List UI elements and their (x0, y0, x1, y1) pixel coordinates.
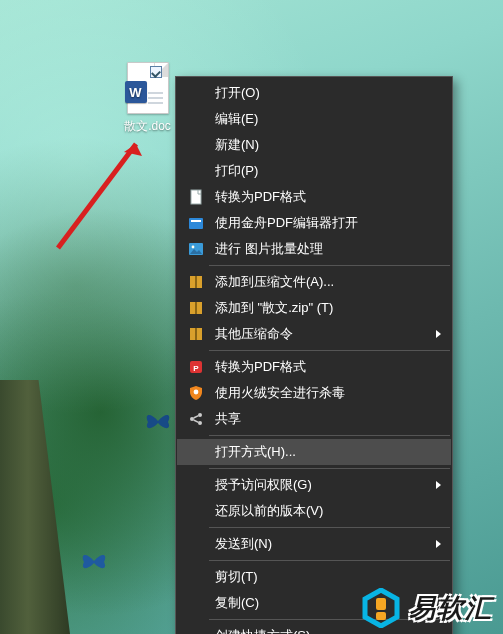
svg-point-21 (198, 421, 202, 425)
blank (185, 594, 207, 612)
menu-item-label: 打开(O) (215, 84, 423, 102)
menu-item-send-to[interactable]: 发送到(N) (177, 531, 451, 557)
svg-marker-1 (124, 144, 142, 156)
wallpaper-tree (0, 380, 70, 634)
menu-item-label: 共享 (215, 410, 423, 428)
menu-separator (209, 560, 450, 561)
svg-text:P: P (193, 364, 199, 373)
menu-item-label: 转换为PDF格式 (215, 188, 423, 206)
archive-icon (185, 299, 207, 317)
menu-item-label: 添加到 "散文.zip" (T) (215, 299, 423, 317)
menu-item-label: 打开方式(H)... (215, 443, 423, 461)
blank (185, 110, 207, 128)
menu-item-label: 打印(P) (215, 162, 423, 180)
context-menu: 打开(O)编辑(E)新建(N)打印(P)转换为PDF格式使用金舟PDF编辑器打开… (175, 76, 453, 634)
menu-separator (209, 527, 450, 528)
share-icon (185, 410, 207, 428)
menu-separator (209, 468, 450, 469)
file-icon[interactable]: W 散文.doc (120, 62, 175, 135)
shield-icon (185, 384, 207, 402)
annotation-arrow-1 (44, 130, 164, 260)
svg-rect-6 (189, 218, 203, 229)
blank (185, 627, 207, 634)
menu-item-label: 创建快捷方式(S) (215, 627, 423, 634)
blank (185, 84, 207, 102)
menu-item-label: 授予访问权限(G) (215, 476, 423, 494)
svg-rect-7 (191, 220, 201, 222)
svg-point-19 (190, 417, 194, 421)
menu-separator (209, 265, 450, 266)
svg-rect-15 (195, 328, 197, 340)
butterfly-decor (80, 550, 108, 572)
menu-item-label: 剪切(T) (215, 568, 423, 586)
blank (185, 136, 207, 154)
pdf-app-icon (185, 214, 207, 232)
chevron-right-icon (436, 540, 441, 548)
blank (185, 502, 207, 520)
blank (185, 162, 207, 180)
menu-item-new[interactable]: 新建(N) (177, 132, 451, 158)
svg-rect-11 (195, 276, 197, 288)
menu-item-label: 其他压缩命令 (215, 325, 423, 343)
file-thumbnail: W (127, 62, 169, 114)
page-icon (185, 188, 207, 206)
menu-item-to-pdf-2[interactable]: P转换为PDF格式 (177, 354, 451, 380)
archive-icon (185, 273, 207, 291)
menu-item-grant-access[interactable]: 授予访问权限(G) (177, 472, 451, 498)
menu-item-label: 使用火绒安全进行杀毒 (215, 384, 423, 402)
file-checked-overlay (150, 66, 162, 78)
menu-separator (209, 350, 450, 351)
menu-item-add-zip[interactable]: 添加到 "散文.zip" (T) (177, 295, 451, 321)
menu-item-batch-image[interactable]: 进行 图片批量处理 (177, 236, 451, 262)
butterfly-decor (144, 410, 172, 432)
menu-item-open-jinshan[interactable]: 使用金舟PDF编辑器打开 (177, 210, 451, 236)
menu-item-share[interactable]: 共享 (177, 406, 451, 432)
menu-item-label: 添加到压缩文件(A)... (215, 273, 423, 291)
desktop-wallpaper: W 散文.doc 打开(O)编辑(E)新建(N)打印(P)转换为PDF格式使用金… (0, 0, 503, 634)
menu-item-huorong[interactable]: 使用火绒安全进行杀毒 (177, 380, 451, 406)
svg-rect-24 (376, 612, 386, 620)
svg-point-9 (192, 246, 195, 249)
watermark: 易软汇 (361, 588, 493, 628)
pdf-red-icon: P (185, 358, 207, 376)
svg-point-18 (194, 390, 199, 395)
menu-item-label: 使用金舟PDF编辑器打开 (215, 214, 423, 232)
menu-item-label: 还原以前的版本(V) (215, 502, 423, 520)
menu-item-restore[interactable]: 还原以前的版本(V) (177, 498, 451, 524)
menu-item-open-with[interactable]: 打开方式(H)... (177, 439, 451, 465)
menu-item-label: 新建(N) (215, 136, 423, 154)
menu-item-other-zip[interactable]: 其他压缩命令 (177, 321, 451, 347)
svg-rect-13 (195, 302, 197, 314)
file-name-label: 散文.doc (120, 118, 175, 135)
chevron-right-icon (436, 330, 441, 338)
blank (185, 568, 207, 586)
svg-rect-23 (376, 598, 386, 610)
svg-line-0 (58, 144, 136, 248)
svg-rect-4 (191, 190, 201, 204)
menu-item-label: 进行 图片批量处理 (215, 240, 423, 258)
chevron-right-icon (436, 481, 441, 489)
menu-item-cut[interactable]: 剪切(T) (177, 564, 451, 590)
menu-item-print[interactable]: 打印(P) (177, 158, 451, 184)
menu-item-to-pdf-1[interactable]: 转换为PDF格式 (177, 184, 451, 210)
word-badge: W (125, 81, 147, 103)
watermark-logo-icon (361, 588, 401, 628)
menu-item-add-archive[interactable]: 添加到压缩文件(A)... (177, 269, 451, 295)
menu-separator (209, 435, 450, 436)
svg-point-20 (198, 413, 202, 417)
menu-item-label: 发送到(N) (215, 535, 423, 553)
archive-icon (185, 325, 207, 343)
menu-item-open[interactable]: 打开(O) (177, 80, 451, 106)
image-icon (185, 240, 207, 258)
blank (185, 535, 207, 553)
watermark-text: 易软汇 (409, 591, 493, 626)
menu-item-label: 转换为PDF格式 (215, 358, 423, 376)
blank (185, 476, 207, 494)
menu-item-label: 编辑(E) (215, 110, 423, 128)
menu-item-edit[interactable]: 编辑(E) (177, 106, 451, 132)
blank (185, 443, 207, 461)
